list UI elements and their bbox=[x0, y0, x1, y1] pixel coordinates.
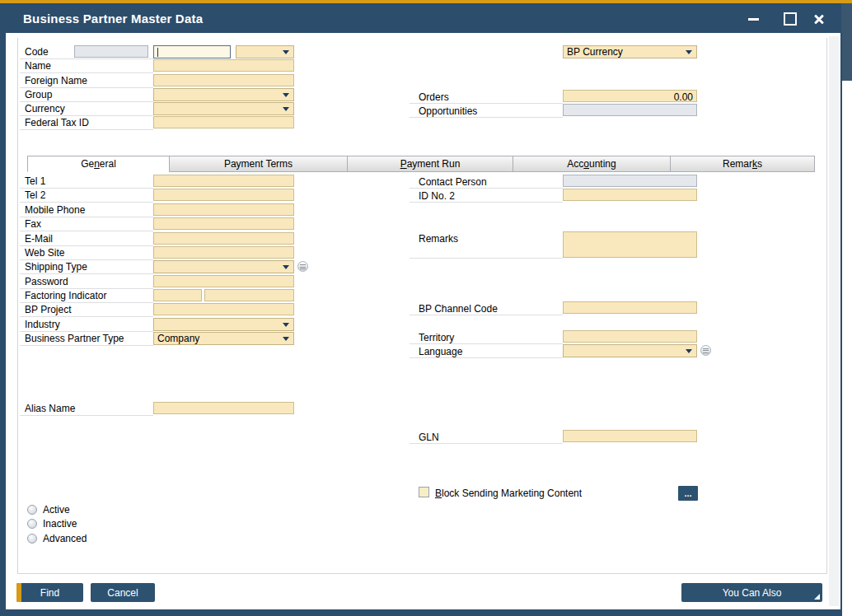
bp-channel-code-input[interactable] bbox=[563, 301, 697, 314]
more-options-button[interactable]: ... bbox=[678, 486, 698, 501]
tab-accounting[interactable]: Accounting bbox=[513, 156, 671, 172]
dropdown-arrow-icon bbox=[283, 107, 289, 111]
remarks-row: Remarks bbox=[410, 231, 563, 259]
scrollbar-track[interactable] bbox=[829, 36, 839, 606]
advanced-radio[interactable] bbox=[27, 534, 37, 544]
factoring-label: Factoring Indicator bbox=[25, 290, 106, 301]
alias-name-label: Alias Name bbox=[25, 403, 75, 414]
currency-dropdown[interactable] bbox=[153, 102, 294, 115]
email-input[interactable] bbox=[153, 232, 294, 245]
minimize-button[interactable] bbox=[744, 10, 762, 28]
bp-type-row: Business Partner Type bbox=[20, 332, 153, 346]
tab-label: Payment Terms bbox=[224, 158, 293, 170]
dropdown-arrow-icon bbox=[283, 337, 289, 341]
website-row: Web Site bbox=[20, 246, 153, 260]
federal-tax-input[interactable] bbox=[153, 116, 294, 128]
name-row: Name bbox=[20, 59, 153, 73]
password-row: Password bbox=[20, 275, 153, 289]
currency-row: Currency bbox=[20, 102, 153, 116]
factoring-description-input[interactable] bbox=[204, 289, 294, 301]
dropdown-arrow-icon bbox=[283, 265, 289, 269]
alias-name-input[interactable] bbox=[153, 402, 294, 414]
orders-value: 0.00 bbox=[674, 91, 693, 103]
foreign-name-input[interactable] bbox=[153, 74, 294, 86]
tab-label: Remar bbox=[723, 158, 752, 170]
tab-general[interactable]: General bbox=[27, 156, 170, 172]
mobile-input[interactable] bbox=[153, 203, 294, 216]
tel1-input[interactable] bbox=[153, 175, 294, 187]
language-dropdown[interactable] bbox=[563, 344, 697, 357]
name-label: Name bbox=[25, 60, 51, 72]
foreign-name-row: Foreign Name bbox=[20, 74, 153, 88]
window-frame-right bbox=[840, 33, 842, 616]
window-title: Business Partner Master Data bbox=[0, 12, 203, 26]
advanced-label: Advanced bbox=[43, 533, 87, 544]
shipping-type-list-icon[interactable] bbox=[297, 261, 308, 272]
you-can-also-label: You Can Also bbox=[723, 587, 782, 599]
tel2-label: Tel 2 bbox=[25, 189, 45, 201]
tab-payment-terms[interactable]: Payment Terms bbox=[169, 156, 348, 172]
code-input[interactable] bbox=[153, 45, 231, 58]
bp-type-label: Business Partner Type bbox=[25, 333, 124, 344]
shipping-type-label: Shipping Type bbox=[25, 261, 87, 273]
fax-input[interactable] bbox=[153, 217, 294, 230]
group-dropdown[interactable] bbox=[153, 88, 294, 101]
orders-field[interactable]: 0.00 bbox=[563, 90, 697, 102]
code-series-dropdown[interactable] bbox=[236, 45, 294, 58]
fax-row: Fax bbox=[20, 217, 153, 231]
website-input[interactable] bbox=[153, 246, 294, 259]
tel1-row: Tel 1 bbox=[20, 175, 153, 189]
find-button[interactable]: Find bbox=[16, 583, 83, 602]
close-icon bbox=[813, 13, 825, 25]
mobile-label: Mobile Phone bbox=[25, 204, 85, 216]
email-row: E-Mail bbox=[20, 232, 153, 246]
cancel-button[interactable]: Cancel bbox=[91, 583, 155, 602]
website-label: Web Site bbox=[25, 247, 64, 259]
industry-dropdown[interactable] bbox=[153, 318, 294, 331]
you-can-also-button[interactable]: You Can Also bbox=[681, 583, 822, 602]
language-list-icon[interactable] bbox=[700, 345, 711, 356]
window-title-bar[interactable]: Business Partner Master Data bbox=[0, 3, 841, 33]
close-button[interactable] bbox=[810, 10, 828, 28]
language-row: Language bbox=[410, 344, 563, 358]
business-partner-master-data-window: Business Partner Master Data Code Name F… bbox=[0, 0, 852, 616]
block-marketing-checkbox[interactable] bbox=[419, 487, 429, 497]
dropdown-arrow-icon bbox=[686, 349, 692, 353]
bp-type-value: Company bbox=[157, 333, 199, 344]
default-button-accent bbox=[16, 583, 21, 602]
dropdown-arrow-icon bbox=[283, 323, 289, 327]
industry-label: Industry bbox=[25, 319, 60, 330]
tab-remarks[interactable]: Remarks bbox=[670, 156, 815, 172]
dropdown-arrow-icon bbox=[283, 93, 289, 97]
territory-input[interactable] bbox=[563, 330, 697, 343]
factoring-row: Factoring Indicator bbox=[20, 289, 153, 303]
tab-label: Acc bbox=[567, 158, 583, 170]
contact-person-label: Contact Person bbox=[419, 176, 487, 188]
fax-label: Fax bbox=[25, 218, 41, 230]
tab-payment-run[interactable]: Payment Run bbox=[347, 156, 513, 172]
gln-input[interactable] bbox=[563, 430, 697, 442]
active-radio[interactable] bbox=[27, 505, 37, 515]
password-input[interactable] bbox=[153, 275, 294, 287]
tel2-input[interactable] bbox=[153, 189, 294, 201]
id-no-2-input[interactable] bbox=[563, 189, 697, 201]
bp-type-dropdown[interactable]: Company bbox=[153, 332, 294, 345]
inactive-radio[interactable] bbox=[27, 519, 37, 529]
shipping-type-dropdown[interactable] bbox=[153, 260, 294, 273]
label-part: lock Sending Marketing Content bbox=[442, 488, 582, 499]
currency-label: Currency bbox=[25, 103, 65, 114]
active-label: Active bbox=[43, 504, 70, 516]
menu-corner-icon bbox=[814, 594, 820, 600]
tab-label: unting bbox=[589, 158, 616, 170]
factoring-indicator-input[interactable] bbox=[153, 289, 202, 301]
bp-currency-value: BP Currency bbox=[567, 46, 623, 58]
contact-person-field bbox=[563, 175, 697, 187]
name-input[interactable] bbox=[153, 59, 294, 72]
remarks-textarea[interactable] bbox=[563, 231, 697, 258]
id-no-2-label: ID No. 2 bbox=[419, 190, 455, 202]
bp-currency-dropdown[interactable]: BP Currency bbox=[563, 45, 697, 58]
maximize-icon bbox=[784, 12, 797, 26]
bp-project-input[interactable] bbox=[153, 303, 294, 315]
cancel-button-label: Cancel bbox=[107, 587, 138, 599]
maximize-button[interactable] bbox=[781, 10, 799, 28]
